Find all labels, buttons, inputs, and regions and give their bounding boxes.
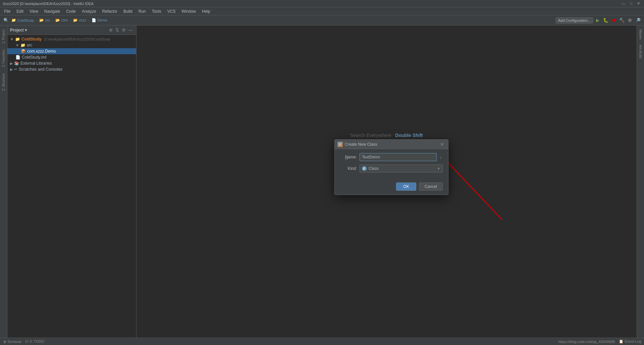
breadcrumb-demo[interactable]: 📄 Demo xyxy=(92,18,107,22)
left-sidebar-strip: 1: Project 2: Favorites Z: Structure xyxy=(0,25,7,338)
create-new-class-dialog: C Create New Class ✕ Name: ↕ Kind: xyxy=(334,139,448,195)
menu-run[interactable]: Run xyxy=(136,8,149,14)
menu-edit[interactable]: Edit xyxy=(14,8,26,14)
tree-item-coldstudy-iml[interactable]: 📄 ColdStudy.iml xyxy=(7,54,136,60)
search-everywhere-label: Search Everywhere xyxy=(350,133,391,138)
tree-item-src[interactable]: ▼ 📁 src xyxy=(7,42,136,48)
run-button[interactable]: ▶ xyxy=(594,17,601,24)
sidebar-tab-structure[interactable]: Z: Structure xyxy=(1,71,6,93)
sidebar-tab-favorites[interactable]: 2: Favorites xyxy=(1,47,6,70)
toolbar-right: Add Configuration... ▶ 🐛 ⏹ 🔨 ⚙ 🔎 xyxy=(556,17,641,24)
event-log-icon: 📋 xyxy=(619,339,624,343)
menu-view[interactable]: View xyxy=(27,8,41,14)
content-area: Search Everywhere Double Shift C Create … xyxy=(137,25,637,338)
sidebar-tab-project[interactable]: 1: Project xyxy=(1,27,6,46)
settings-gear-icon[interactable]: ⚙ xyxy=(121,27,126,33)
kind-value: Class xyxy=(369,166,379,171)
terminal-icon: 🖥 xyxy=(3,340,6,344)
dialog-name-row: Name: ↕ xyxy=(340,153,443,161)
search-icon[interactable]: 🔎 xyxy=(635,17,641,24)
cancel-button[interactable]: Cancel xyxy=(419,183,443,191)
search-hint: Search Everywhere Double Shift xyxy=(350,133,423,138)
minimize-button[interactable]: — xyxy=(620,1,627,6)
menu-tools[interactable]: Tools xyxy=(149,8,164,14)
window-title: Xzzz2020 [D:\workplace\IDEA\Xzzz2020] - … xyxy=(3,2,94,6)
ant-build-tab[interactable]: Ant Build xyxy=(638,42,643,61)
menu-analyze[interactable]: Analyze xyxy=(79,8,99,14)
tree-item-coldstudy[interactable]: ▼ 📁 ColdStudy D:\workplace\IDEA\Xzzz2020… xyxy=(7,36,136,42)
tree-item-com-xzzz-demo[interactable]: 📦 com.xzzz.Demo xyxy=(7,48,136,54)
menu-code[interactable]: Code xyxy=(63,8,78,14)
double-shift-label: Double Shift xyxy=(395,133,423,138)
project-panel-title: Project ▾ xyxy=(10,28,27,32)
window-controls: — □ ✕ xyxy=(620,1,641,6)
menu-file[interactable]: File xyxy=(1,8,13,14)
dialog-close-button[interactable]: ✕ xyxy=(439,141,445,148)
url-status-item[interactable]: https://blog.csdn.net/qq_43040688 xyxy=(558,340,615,344)
svg-line-1 xyxy=(442,156,502,220)
sync-icon[interactable]: ⊕ xyxy=(108,27,113,33)
toolbar: 🔍 📁 ColdStudy › 📂 src › 📂 com › 📂 xzzz ›… xyxy=(0,15,644,25)
kind-label: Kind: xyxy=(340,166,357,171)
add-configuration-button[interactable]: Add Configuration... xyxy=(556,17,593,23)
status-bar: 🖥 Terminal ☑ 6: TODO https://blog.csdn.n… xyxy=(0,338,644,345)
sort-icon[interactable]: ↕ xyxy=(439,154,443,160)
dialog-title: C Create New Class xyxy=(337,142,377,147)
status-bar-left: 🖥 Terminal ☑ 6: TODO xyxy=(3,339,44,344)
kind-select[interactable]: C Class ▼ xyxy=(360,164,443,172)
tree-item-scratches-consoles[interactable]: ▶ ✏ Scratches and Consoles xyxy=(7,66,136,72)
breadcrumb-coldstudy[interactable]: 📁 ColdStudy xyxy=(11,18,34,22)
todo-icon: ☑ xyxy=(25,339,29,343)
menu-help[interactable]: Help xyxy=(199,8,213,14)
menu-build[interactable]: Build xyxy=(121,8,135,14)
terminal-status-item[interactable]: 🖥 Terminal xyxy=(3,340,21,344)
dialog-kind-row: Kind: C Class ▼ xyxy=(340,164,443,172)
build-button[interactable]: 🔨 xyxy=(619,17,625,24)
search-everywhere-icon[interactable]: 🔍 xyxy=(3,17,9,24)
name-label: Name: xyxy=(340,155,357,159)
right-sidebar-strip: Maven Ant Build xyxy=(637,25,644,338)
menu-refactor[interactable]: Refactor xyxy=(100,8,120,14)
menu-window[interactable]: Window xyxy=(179,8,199,14)
breadcrumb-src[interactable]: 📂 src xyxy=(39,18,50,22)
stop-button[interactable]: ⏹ xyxy=(610,17,617,24)
close-button[interactable]: ✕ xyxy=(636,1,641,6)
class-name-input[interactable] xyxy=(360,153,437,161)
class-kind-icon: C xyxy=(362,166,367,171)
project-panel-header: Project ▾ ⊕ ⇅ ⚙ — xyxy=(7,25,136,35)
main-layout: 1: Project 2: Favorites Z: Structure Pro… xyxy=(0,25,644,338)
dialog-body: Name: ↕ Kind: C Class ▼ xyxy=(335,149,448,180)
breadcrumb-com[interactable]: 📂 com xyxy=(55,18,68,22)
project-panel: Project ▾ ⊕ ⇅ ⚙ — ▼ 📁 ColdStudy D:\workp… xyxy=(7,25,137,338)
project-header-icons: ⊕ ⇅ ⚙ — xyxy=(108,27,133,33)
todo-status-item[interactable]: ☑ 6: TODO xyxy=(25,339,44,344)
event-log-status-item[interactable]: 📋 Event Log xyxy=(619,339,641,344)
title-bar: Xzzz2020 [D:\workplace\IDEA\Xzzz2020] - … xyxy=(0,0,644,7)
tree-item-external-libraries[interactable]: ▶ 📚 External Libraries xyxy=(7,60,136,66)
dialog-app-icon: C xyxy=(337,142,343,147)
collapse-icon[interactable]: ⇅ xyxy=(115,27,120,33)
status-bar-right: https://blog.csdn.net/qq_43040688 📋 Even… xyxy=(558,339,641,344)
menu-navigate[interactable]: Navigate xyxy=(42,8,63,14)
project-tree: ▼ 📁 ColdStudy D:\workplace\IDEA\Xzzz2020… xyxy=(7,35,136,338)
kind-dropdown-arrow: ▼ xyxy=(437,167,440,170)
menu-vcs[interactable]: VCS xyxy=(165,8,178,14)
dialog-title-bar: C Create New Class ✕ xyxy=(335,140,448,149)
ok-button[interactable]: OK xyxy=(396,183,416,191)
debug-button[interactable]: 🐛 xyxy=(602,17,609,24)
dialog-footer: OK Cancel xyxy=(335,180,448,195)
close-panel-icon[interactable]: — xyxy=(128,27,133,33)
maven-tab[interactable]: Maven xyxy=(638,27,643,42)
maximize-button[interactable]: □ xyxy=(629,1,634,6)
breadcrumb-xzzz[interactable]: 📂 xzzz xyxy=(73,18,86,22)
settings-icon[interactable]: ⚙ xyxy=(627,17,633,24)
menu-bar: File Edit View Navigate Code Analyze Ref… xyxy=(0,7,644,15)
